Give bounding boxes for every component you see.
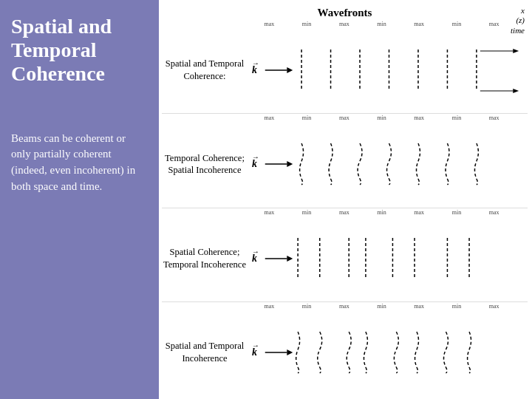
row-2: Temporal Coherence; Spatial Incoherence …: [162, 122, 528, 206]
svg-marker-12: [513, 49, 519, 53]
z-axis-label: (z): [516, 16, 525, 24]
svg-marker-14: [513, 89, 519, 93]
svg-text:→: →: [252, 341, 259, 349]
row-1-diagram: k →: [250, 44, 528, 97]
row-3: Spatial Coherence; Temporal Incoherence …: [162, 216, 528, 301]
x-axis-label: x: [521, 6, 525, 15]
row-1: Spatial and Temporal Coherence: k →: [162, 28, 528, 112]
row-3-label: Spatial Coherence; Temporal Incoherence: [162, 246, 250, 271]
divider-2: [162, 208, 528, 208]
row-1-label: Spatial and Temporal Coherence:: [162, 58, 250, 83]
wavefronts-title: Wavefronts: [318, 7, 372, 18]
divider-1: [162, 113, 528, 114]
divider-3: [162, 301, 528, 302]
row-4-label: Spatial and Temporal Incoherence: [162, 340, 250, 365]
svg-marker-3: [287, 67, 293, 73]
left-panel: Spatial and Temporal Coherence Beams can…: [0, 0, 159, 399]
main-title: Spatial and Temporal Coherence: [11, 15, 148, 86]
right-panel: Wavefronts x (z) time max min max min ma…: [159, 0, 532, 399]
row-4: Spatial and Temporal Incoherence k →: [162, 310, 528, 395]
svg-marker-18: [287, 161, 293, 167]
svg-text:→: →: [252, 59, 259, 67]
row-2-label: Temporal Coherence; Spatial Incoherence: [162, 152, 250, 177]
svg-marker-22: [287, 256, 293, 262]
description-text: Beams can be coherent or only partially …: [11, 131, 148, 195]
row-3-diagram: k →: [250, 232, 528, 285]
svg-text:→: →: [252, 153, 259, 161]
row-2-diagram: k →: [250, 137, 528, 191]
svg-marker-34: [287, 349, 293, 355]
main-container: Spatial and Temporal Coherence Beams can…: [0, 0, 532, 399]
row-4-diagram: k →: [250, 326, 528, 379]
time-label: time: [511, 26, 525, 35]
svg-text:→: →: [252, 248, 259, 256]
